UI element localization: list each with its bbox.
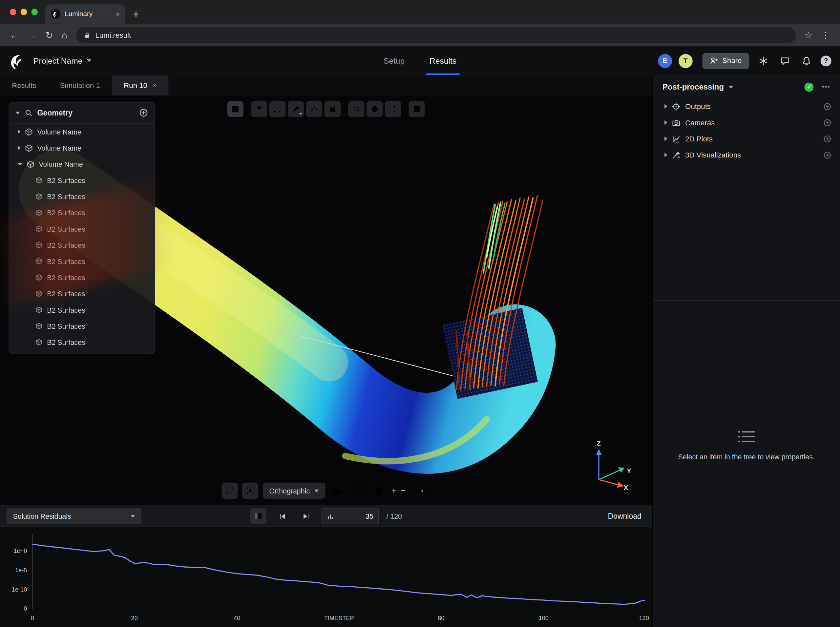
chevron-right-icon[interactable] bbox=[665, 153, 667, 157]
inspector-item-2d-plots[interactable]: 2D Plots bbox=[652, 131, 840, 147]
streamlines-button[interactable] bbox=[348, 101, 364, 117]
tree-item-volume[interactable]: Volume Name bbox=[9, 140, 154, 156]
empty-state-text: Select an item in the tree to view prope… bbox=[652, 453, 840, 461]
magic-wand-icon bbox=[672, 151, 681, 159]
tree-item-surface[interactable]: B2 Surfaces bbox=[9, 205, 154, 221]
tab-setup[interactable]: Setup bbox=[384, 46, 405, 75]
mesh-grid-button[interactable] bbox=[227, 101, 243, 117]
project-switcher[interactable]: Project Name bbox=[33, 56, 91, 65]
browser-menu-icon[interactable]: ⋮ bbox=[821, 30, 830, 40]
add-circle-icon[interactable] bbox=[823, 102, 832, 110]
vector-field-button[interactable] bbox=[385, 101, 401, 117]
axis-x-label: X bbox=[624, 484, 628, 491]
window-minimize-button[interactable] bbox=[20, 8, 27, 15]
tree-item-label: B2 Surfaces bbox=[47, 176, 85, 184]
chart-panel-toggle-button[interactable] bbox=[251, 508, 266, 524]
tree-item-surface[interactable]: B2 Surfaces bbox=[9, 269, 154, 285]
tree-item-surface[interactable]: B2 Surfaces bbox=[9, 318, 154, 334]
tree-item-surface[interactable]: B2 Surfaces bbox=[9, 285, 154, 301]
slice-button[interactable] bbox=[269, 101, 285, 117]
inspector-item-outputs[interactable]: Outputs bbox=[652, 98, 840, 114]
tab-simulation-1[interactable]: Simulation 1 bbox=[48, 76, 112, 96]
collapse-caret-icon[interactable] bbox=[16, 112, 20, 114]
viewport-3d[interactable]: Z Y X Geometry bbox=[0, 96, 652, 505]
tab-close-icon[interactable]: × bbox=[116, 10, 120, 18]
add-circle-icon[interactable] bbox=[823, 134, 832, 143]
zoom-out-button[interactable]: − bbox=[400, 486, 405, 496]
filter-sliders-button[interactable] bbox=[306, 101, 322, 117]
chevron-right-icon[interactable] bbox=[18, 146, 20, 150]
expand-view-button[interactable] bbox=[222, 483, 238, 499]
tree-item-volume[interactable]: Volume Name bbox=[9, 124, 154, 140]
new-tab-button[interactable]: + bbox=[133, 8, 139, 19]
forward-icon[interactable]: → bbox=[28, 30, 37, 40]
back-icon[interactable]: ← bbox=[10, 30, 19, 40]
add-circle-icon[interactable] bbox=[139, 109, 148, 117]
surface-box-icon bbox=[35, 176, 43, 184]
browser-tab[interactable]: Luminary × bbox=[45, 4, 125, 24]
tree-item-surface[interactable]: B2 Surfaces bbox=[9, 237, 154, 253]
inspector-item-cameras[interactable]: Cameras bbox=[652, 115, 840, 131]
add-circle-icon[interactable] bbox=[823, 151, 832, 159]
box-select-button[interactable] bbox=[371, 483, 387, 499]
contour-sphere-button[interactable] bbox=[367, 101, 383, 117]
more-menu-icon[interactable]: ••• bbox=[822, 83, 831, 91]
url-bar[interactable]: Lumi.result bbox=[76, 27, 795, 43]
download-button[interactable]: Download bbox=[608, 512, 646, 520]
window-close-button[interactable] bbox=[10, 8, 16, 15]
timestep-value[interactable]: 35 bbox=[338, 512, 374, 520]
residuals-plot bbox=[0, 527, 652, 627]
skip-to-end-button[interactable] bbox=[298, 508, 314, 524]
chevron-right-icon[interactable] bbox=[18, 129, 20, 134]
search-icon[interactable] bbox=[25, 109, 33, 117]
mode-nav: Setup Results bbox=[384, 46, 456, 75]
fullscreen-button[interactable] bbox=[350, 483, 367, 499]
tab-run-10[interactable]: Run 10 × bbox=[112, 76, 169, 96]
x-tick-label: 80 bbox=[438, 615, 444, 621]
tab-results-tree[interactable]: Results bbox=[0, 76, 48, 96]
chevron-down-icon[interactable] bbox=[18, 163, 22, 165]
saved-views-button[interactable] bbox=[409, 101, 425, 117]
snapshot-button[interactable] bbox=[242, 483, 258, 499]
annotate-button[interactable] bbox=[288, 101, 304, 117]
share-button[interactable]: Share bbox=[702, 52, 749, 69]
add-circle-icon[interactable] bbox=[823, 118, 832, 127]
chevron-right-icon[interactable] bbox=[665, 120, 667, 124]
help-icon[interactable]: ? bbox=[821, 55, 832, 66]
tree-item-surface[interactable]: B2 Surfaces bbox=[9, 172, 154, 188]
chevron-right-icon[interactable] bbox=[665, 104, 667, 109]
recenter-target-button[interactable] bbox=[414, 483, 430, 499]
notifications-bell-icon[interactable] bbox=[799, 53, 814, 68]
apps-asterisk-icon[interactable] bbox=[756, 53, 771, 68]
zoom-in-button[interactable]: + bbox=[391, 486, 396, 496]
skip-to-start-button[interactable] bbox=[274, 508, 290, 524]
section-box-button[interactable] bbox=[325, 101, 340, 117]
tree-item-surface[interactable]: B2 Surfaces bbox=[9, 334, 154, 350]
bookmark-star-icon[interactable]: ☆ bbox=[804, 30, 812, 40]
projection-select[interactable]: Orthographic bbox=[263, 483, 326, 499]
feedback-chat-icon[interactable] bbox=[777, 53, 793, 68]
probe-button[interactable] bbox=[251, 101, 267, 117]
window-zoom-button[interactable] bbox=[31, 8, 38, 15]
reload-icon[interactable]: ↻ bbox=[45, 30, 53, 40]
chevron-down-icon bbox=[299, 113, 303, 115]
lock-icon bbox=[84, 32, 90, 38]
run-tab-close-icon[interactable]: × bbox=[153, 81, 156, 90]
tree-item-volume[interactable]: Volume Name bbox=[9, 156, 154, 172]
tree-item-surface[interactable]: B2 Surfaces bbox=[9, 253, 154, 269]
camera-animation-button[interactable] bbox=[330, 483, 346, 499]
viewport-toolbar-bottom: Orthographic + − bbox=[222, 483, 430, 499]
inspector-item-3d-visualizations[interactable]: 3D Visualizations bbox=[652, 147, 840, 163]
browser-tabstrip: Luminary × + bbox=[0, 0, 840, 24]
avatar[interactable]: E bbox=[658, 54, 672, 68]
home-icon[interactable]: ⌂ bbox=[62, 30, 67, 40]
tree-item-surface[interactable]: B2 Surfaces bbox=[9, 221, 154, 237]
avatar[interactable]: T bbox=[679, 54, 693, 68]
tree-item-surface[interactable]: B2 Surfaces bbox=[9, 188, 154, 205]
chevron-down-icon[interactable] bbox=[729, 86, 733, 88]
timestep-input[interactable]: 35 bbox=[322, 508, 379, 524]
tree-item-surface[interactable]: B2 Surfaces bbox=[9, 302, 154, 318]
tab-results[interactable]: Results bbox=[430, 46, 456, 75]
chevron-right-icon[interactable] bbox=[665, 137, 667, 141]
dataset-select[interactable]: Solution Residuals bbox=[6, 508, 142, 524]
